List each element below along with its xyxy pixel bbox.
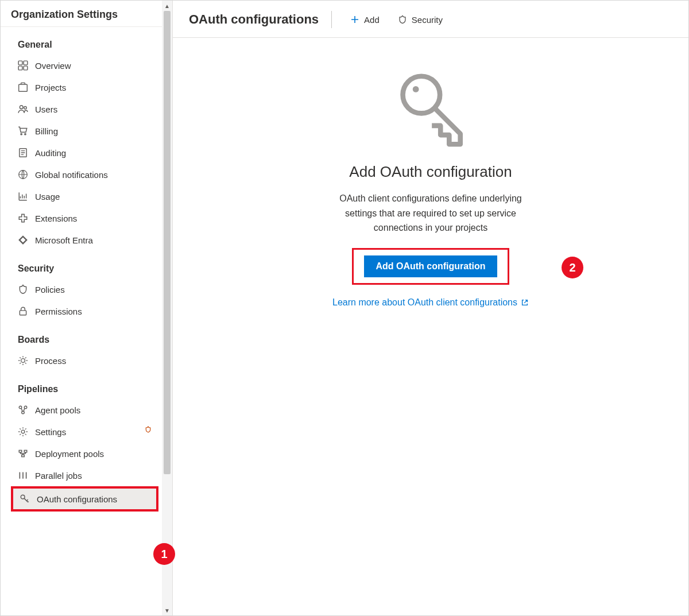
page-title: OAuth configurations	[189, 12, 319, 27]
add-button[interactable]: Add	[344, 11, 385, 28]
grid-icon	[18, 60, 28, 71]
globe-icon	[18, 169, 28, 180]
sidebar-item-label: OAuth configurations	[37, 494, 140, 504]
shield-badge-icon	[145, 426, 152, 433]
entra-icon	[18, 235, 28, 245]
sidebar-item-label: Overview	[35, 61, 152, 71]
svg-point-22	[413, 86, 419, 92]
callout-highlight-2: Add OAuth configuration	[352, 248, 509, 285]
svg-rect-17	[19, 450, 22, 452]
sidebar-item-label: Agent pools	[35, 405, 152, 415]
learn-more-link[interactable]: Learn more about OAuth client configurat…	[332, 297, 529, 308]
divider	[331, 11, 332, 28]
process-icon	[18, 355, 28, 366]
security-button-label: Security	[412, 15, 443, 25]
sidebar-item-label: Usage	[35, 192, 152, 202]
svg-point-12	[21, 359, 25, 363]
security-button[interactable]: Security	[392, 11, 448, 28]
svg-point-8	[25, 134, 26, 135]
add-oauth-configuration-button[interactable]: Add OAuth configuration	[364, 255, 497, 277]
svg-point-5	[20, 106, 23, 109]
sidebar-item-agent-pools[interactable]: Agent pools	[1, 399, 169, 421]
external-link-icon	[521, 299, 529, 307]
sidebar-item-label: Projects	[35, 83, 152, 92]
sidebar-item-billing[interactable]: Billing	[1, 120, 169, 142]
sidebar-item-oauth-configurations[interactable]: OAuth configurations	[11, 486, 158, 512]
scroll-down-icon[interactable]: ▼	[162, 605, 172, 615]
sidebar-scroll[interactable]: General Overview Projects	[1, 27, 172, 615]
svg-point-7	[21, 134, 22, 135]
svg-point-13	[19, 406, 22, 409]
sidebar-item-overview[interactable]: Overview	[1, 55, 169, 76]
scrollbar-track[interactable]	[162, 11, 172, 605]
shield-icon	[398, 15, 407, 24]
auditing-icon	[18, 148, 28, 158]
page-header: OAuth configurations Add Security	[173, 1, 688, 38]
section-heading-pipelines: Pipelines	[1, 371, 169, 399]
sidebar-item-label: Policies	[35, 285, 152, 295]
sidebar-item-label: Billing	[35, 126, 152, 136]
svg-rect-2	[18, 66, 22, 70]
scrollbar-thumb[interactable]	[164, 11, 171, 474]
sidebar-item-label: Global notifications	[35, 170, 152, 180]
sidebar-item-parallel-jobs[interactable]: Parallel jobs	[1, 464, 169, 486]
plus-icon	[350, 15, 359, 24]
svg-point-14	[24, 406, 27, 409]
svg-point-16	[21, 430, 25, 433]
key-illustration-icon	[393, 70, 468, 150]
sidebar-item-usage[interactable]: Usage	[1, 185, 169, 207]
project-icon	[18, 82, 28, 92]
sidebar-item-label: Parallel jobs	[35, 471, 152, 481]
add-button-label: Add	[364, 15, 380, 25]
extensions-icon	[18, 213, 28, 223]
svg-rect-1	[24, 61, 28, 65]
deployment-icon	[18, 448, 28, 459]
sidebar-item-deployment-pools[interactable]: Deployment pools	[1, 443, 169, 464]
lock-icon	[18, 306, 28, 316]
sidebar-item-label: Auditing	[35, 148, 152, 158]
svg-rect-11	[20, 311, 26, 315]
sidebar-item-projects[interactable]: Projects	[1, 76, 169, 98]
sidebar-item-extensions[interactable]: Extensions	[1, 207, 169, 229]
sidebar-item-process[interactable]: Process	[1, 350, 169, 371]
scrollbar[interactable]: ▲ ▼	[162, 1, 172, 615]
sidebar-item-auditing[interactable]: Auditing	[1, 142, 169, 164]
key-icon	[20, 494, 30, 504]
sidebar-item-label: Extensions	[35, 214, 152, 223]
svg-rect-18	[24, 450, 27, 452]
svg-rect-3	[24, 66, 28, 70]
sidebar-title: Organization Settings	[1, 1, 172, 27]
svg-rect-0	[18, 61, 22, 65]
sidebar-item-permissions[interactable]: Permissions	[1, 300, 169, 322]
sidebar-item-label: Process	[35, 356, 152, 366]
sidebar-item-label: Users	[35, 104, 152, 114]
sidebar-item-entra[interactable]: Microsoft Entra	[1, 229, 169, 251]
sidebar: Organization Settings General Overview P…	[1, 1, 173, 615]
sidebar-item-global-notifications[interactable]: Global notifications	[1, 164, 169, 185]
empty-title: Add OAuth configuration	[349, 163, 512, 181]
sidebar-item-policies[interactable]: Policies	[1, 278, 169, 300]
chart-icon	[18, 191, 28, 202]
annotation-callout-1: 1	[153, 543, 175, 565]
section-heading-general: General	[1, 27, 169, 55]
svg-point-6	[24, 107, 27, 110]
policy-icon	[18, 284, 28, 295]
cart-icon	[18, 126, 28, 136]
scroll-up-icon[interactable]: ▲	[162, 1, 172, 11]
svg-rect-4	[19, 84, 28, 91]
sidebar-item-label: Settings	[35, 427, 141, 437]
parallel-icon	[18, 470, 28, 481]
agent-pools-icon	[18, 405, 28, 415]
section-heading-boards: Boards	[1, 322, 169, 350]
sidebar-item-pipeline-settings[interactable]: Settings	[1, 421, 169, 443]
learn-more-label: Learn more about OAuth client configurat…	[332, 297, 517, 308]
annotation-callout-2: 2	[562, 257, 583, 278]
empty-description: OAuth client configurations define under…	[333, 191, 528, 235]
svg-point-15	[22, 411, 25, 414]
main: OAuth configurations Add Security	[173, 1, 688, 615]
empty-state: Add OAuth configuration OAuth client con…	[173, 38, 688, 615]
gear-icon	[18, 427, 28, 437]
sidebar-item-label: Deployment pools	[35, 449, 152, 459]
users-icon	[18, 104, 28, 114]
sidebar-item-users[interactable]: Users	[1, 98, 169, 120]
